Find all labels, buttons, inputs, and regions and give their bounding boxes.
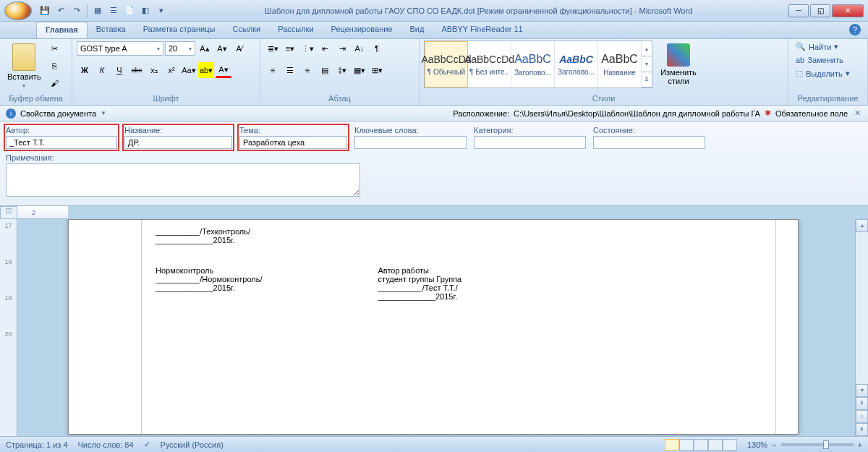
qat-dropdown-icon[interactable]: ▾	[154, 4, 169, 18]
doc-properties-title[interactable]: Свойства документа	[20, 109, 96, 118]
select-button[interactable]: ⬚Выделить ▾	[793, 67, 853, 80]
maximize-button[interactable]: ◱	[810, 4, 830, 17]
style-title[interactable]: AaBbСНазвание	[598, 41, 642, 88]
vertical-ruler[interactable]: 17181920	[0, 219, 17, 436]
subscript-icon[interactable]: x₂	[146, 62, 162, 78]
minimize-button[interactable]: ─	[788, 4, 809, 17]
cut-icon[interactable]: ✂	[47, 40, 63, 56]
replace-button[interactable]: abЗаменить	[793, 54, 846, 66]
style-no-spacing[interactable]: AaBbCcDd¶ Без инте...	[468, 41, 511, 88]
style-normal[interactable]: AaBbCcDd¶ Обычный	[425, 41, 468, 88]
close-button[interactable]: ✕	[832, 4, 864, 17]
style-heading1[interactable]: AaBbCЗаголово...	[511, 41, 555, 88]
office-button[interactable]	[4, 1, 32, 20]
indent-inc-icon[interactable]: ⇥	[334, 40, 350, 56]
draft-icon[interactable]	[723, 439, 737, 451]
tab-layout[interactable]: Разметка страницы	[135, 22, 224, 38]
document-page[interactable]: __________/Техконтроль/ _____________201…	[68, 219, 799, 435]
gallery-up-icon[interactable]: ▴	[642, 41, 652, 56]
tab-abbyy[interactable]: ABBYY FineReader 11	[433, 22, 531, 38]
horizontal-ruler[interactable]: 21123456789101112131415161718	[17, 206, 68, 219]
shading-icon[interactable]: ▦▾	[352, 62, 367, 78]
name-input[interactable]	[124, 136, 232, 149]
bullets-icon[interactable]: ≣▾	[265, 40, 281, 56]
close-panel-icon[interactable]: ✕	[852, 108, 862, 119]
outline-icon[interactable]	[708, 439, 723, 451]
zoom-in-icon[interactable]: +	[858, 440, 862, 449]
align-center-icon[interactable]: ☰	[282, 62, 298, 78]
highlight-icon[interactable]: ab▾	[198, 62, 214, 78]
style-heading2[interactable]: AaBbCЗаголово...	[555, 41, 598, 88]
change-styles-button[interactable]: Изменить стили	[655, 40, 702, 88]
find-button[interactable]: 🔍Найти ▾	[793, 40, 841, 53]
gallery-down-icon[interactable]: ▾	[642, 56, 652, 72]
clear-format-icon[interactable]: A⁄	[231, 40, 247, 56]
font-size-combo[interactable]: 20▾	[165, 41, 195, 56]
vertical-scrollbar[interactable]: ▴ ▾ ⇞ ○ ⇟	[855, 219, 868, 436]
category-label: Категория:	[474, 126, 586, 135]
bold-button[interactable]: Ж	[77, 62, 93, 78]
word-count[interactable]: Число слов: 84	[78, 440, 134, 449]
chevron-down-icon[interactable]: ▼	[101, 110, 106, 116]
zoom-out-icon[interactable]: −	[772, 440, 776, 449]
author-input[interactable]	[6, 136, 117, 149]
ruler-corner[interactable]: ◫	[0, 206, 17, 219]
align-left-icon[interactable]: ≡	[265, 62, 281, 78]
print-layout-icon[interactable]	[665, 439, 679, 451]
align-right-icon[interactable]: ≡	[299, 62, 315, 78]
tab-insert[interactable]: Вставка	[88, 22, 135, 38]
line-spacing-icon[interactable]: ‡▾	[334, 62, 350, 78]
tab-review[interactable]: Рецензирование	[323, 22, 401, 38]
browse-object-icon[interactable]: ○	[856, 410, 868, 423]
prev-page-icon[interactable]: ⇞	[856, 397, 868, 410]
font-color-icon[interactable]: A▾	[216, 62, 231, 78]
copy-icon[interactable]: ⎘	[47, 58, 63, 74]
full-screen-icon[interactable]	[679, 439, 694, 451]
tab-view[interactable]: Вид	[401, 22, 433, 38]
format-painter-icon[interactable]: 🖌	[47, 75, 63, 91]
scroll-up-icon[interactable]: ▴	[856, 219, 868, 232]
keywords-input[interactable]	[354, 136, 467, 149]
page-status[interactable]: Страница: 1 из 4	[6, 440, 68, 449]
redo-icon[interactable]: ↷	[69, 4, 84, 18]
qat-icon[interactable]: 📄	[122, 4, 137, 18]
tab-home[interactable]: Главная	[36, 22, 88, 38]
scroll-down-icon[interactable]: ▾	[856, 384, 868, 397]
styles-gallery[interactable]: AaBbCcDd¶ Обычный AaBbCcDd¶ Без инте... …	[424, 40, 652, 88]
web-layout-icon[interactable]	[694, 439, 708, 451]
undo-icon[interactable]: ↶	[54, 4, 68, 18]
numbering-icon[interactable]: ≡▾	[282, 40, 298, 56]
tab-references[interactable]: Ссылки	[224, 22, 269, 38]
notes-input[interactable]	[6, 163, 360, 197]
qat-icon[interactable]: ◧	[138, 4, 153, 18]
underline-button[interactable]: Ч	[111, 62, 127, 78]
change-case-icon[interactable]: Aa▾	[181, 62, 197, 78]
strike-button[interactable]: abc	[129, 62, 145, 78]
gallery-more-icon[interactable]: ⊻	[642, 72, 652, 88]
multilevel-icon[interactable]: ⋮▾	[299, 40, 315, 56]
superscript-icon[interactable]: x²	[163, 62, 179, 78]
help-icon[interactable]: ?	[849, 24, 861, 35]
category-input[interactable]	[474, 136, 586, 149]
shrink-font-icon[interactable]: A▾	[214, 40, 230, 56]
paste-button[interactable]: Вставить ▾	[4, 40, 44, 92]
save-icon[interactable]: 💾	[38, 4, 52, 18]
italic-button[interactable]: К	[94, 62, 110, 78]
spell-check-icon[interactable]: ✓	[144, 440, 150, 449]
language-status[interactable]: Русский (Россия)	[161, 440, 224, 449]
justify-icon[interactable]: ▤	[317, 62, 333, 78]
show-marks-icon[interactable]: ¶	[369, 40, 385, 56]
borders-icon[interactable]: ⊞▾	[369, 62, 385, 78]
font-family-combo[interactable]: GOST type A▾	[77, 41, 163, 56]
zoom-level[interactable]: 130%	[747, 440, 767, 449]
qat-icon[interactable]: ▦	[90, 4, 105, 18]
grow-font-icon[interactable]: A▴	[197, 40, 213, 56]
qat-icon[interactable]: ☰	[106, 4, 121, 18]
indent-dec-icon[interactable]: ⇤	[317, 40, 333, 56]
zoom-slider[interactable]	[781, 443, 854, 446]
sort-icon[interactable]: A↓	[352, 40, 367, 56]
next-page-icon[interactable]: ⇟	[856, 423, 868, 436]
tab-mailings[interactable]: Рассылки	[269, 22, 322, 38]
topic-input[interactable]	[239, 136, 347, 149]
status-input[interactable]	[593, 136, 705, 149]
